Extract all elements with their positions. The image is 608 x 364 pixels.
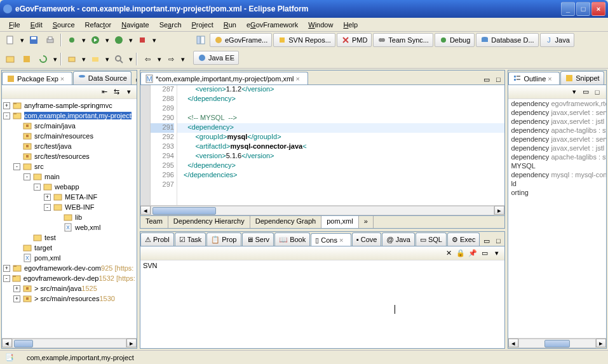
view-tab-exec[interactable]: ⚙Exec (447, 233, 480, 246)
external-tools-button[interactable] (135, 33, 150, 47)
close-icon[interactable]: × (296, 75, 304, 83)
tree-node[interactable]: -com,example,important,my-project (3, 111, 135, 121)
perspective-svn[interactable]: SVN Repos... (273, 33, 335, 47)
console-pin-button[interactable]: 📌 (468, 248, 478, 259)
run-dropdown[interactable]: ▾ (104, 33, 110, 47)
tree-node[interactable]: +anyframe-sample-springmvc (3, 100, 135, 111)
view-menu-button[interactable]: ▾ (124, 87, 134, 97)
open-type-dropdown[interactable]: ▾ (104, 52, 110, 66)
project-tree[interactable]: +anyframe-sample-springmvc-com,example,i… (2, 99, 137, 338)
console-min-button[interactable]: ▭ (482, 236, 492, 246)
outline-item[interactable]: dependency mysql : mysql-conn (508, 170, 606, 179)
sync-dropdown[interactable]: ▾ (52, 52, 58, 66)
view-tab-probl[interactable]: ⚠Probl (140, 233, 174, 246)
console-max-button[interactable]: □ (493, 236, 503, 246)
tree-node[interactable]: src/test/resources (3, 151, 135, 161)
sync-button[interactable] (36, 52, 51, 66)
window-close-button[interactable]: × (591, 2, 605, 16)
code-editor[interactable]: 287288289290291292293294295296297 <versi… (140, 85, 504, 205)
close-icon[interactable]: × (60, 75, 68, 83)
menu-refactor[interactable]: Refactor (80, 20, 117, 30)
editor-page-tab[interactable]: pom,xml (321, 216, 359, 228)
perspective-database[interactable]: Database D... (476, 33, 538, 47)
tree-toggle[interactable]: - (3, 112, 10, 119)
save-button[interactable] (26, 33, 41, 47)
more-tabs-button[interactable]: » (359, 216, 374, 228)
view-tab-cove[interactable]: ▪Cove (352, 233, 382, 246)
collapse-all-button[interactable]: ⇤ (100, 87, 110, 97)
tree-toggle[interactable]: + (13, 285, 20, 292)
minimize-view-button[interactable]: ▭ (133, 74, 137, 84)
editor-hscroll[interactable]: ◂▸ (140, 205, 504, 215)
window-maximize-button[interactable]: □ (576, 2, 590, 16)
tree-node[interactable]: xweb,xml (3, 222, 135, 233)
menu-edit[interactable]: Edit (25, 20, 48, 30)
tree-node[interactable]: lib (3, 212, 135, 222)
tree-node[interactable]: -WEB-INF (3, 202, 135, 212)
view-tab-serv[interactable]: 🖥Serv (242, 233, 274, 246)
perspective-javaee[interactable]: Java EE (193, 51, 239, 65)
outline-max-button[interactable]: □ (592, 87, 602, 97)
tree-node[interactable]: -webapp (3, 182, 135, 192)
menu-search[interactable]: Search (154, 20, 187, 30)
new-dropdown[interactable]: ▾ (19, 33, 25, 47)
outline-item[interactable]: dependency egovframework,rte : (508, 99, 606, 108)
close-icon[interactable]: × (339, 236, 347, 244)
outline-item[interactable]: dependency javax,servlet : servle (508, 108, 606, 117)
outline-min-button[interactable]: ▭ (581, 87, 591, 97)
close-icon[interactable]: × (548, 75, 555, 83)
menu-navigate[interactable]: Navigate (116, 20, 154, 30)
debug-dropdown[interactable]: ▾ (81, 33, 86, 47)
tree-toggle[interactable]: + (44, 194, 51, 201)
perspective-pmd[interactable]: PMD (337, 33, 372, 47)
menu-file[interactable]: File (4, 20, 25, 30)
tab-snippet[interactable]: Snippet (560, 71, 604, 84)
tree-toggle[interactable]: - (13, 163, 20, 170)
outline-hscroll[interactable]: ◂▸ (508, 338, 606, 348)
perspective-java[interactable]: JJava (540, 33, 574, 47)
link-editor-button[interactable]: ⇆ (112, 87, 122, 97)
view-tab-prop[interactable]: 📋Prop (206, 233, 241, 246)
tree-node[interactable]: xpom,xml (3, 253, 135, 263)
open-perspective-button[interactable] (193, 33, 208, 47)
back-dropdown[interactable]: ▾ (156, 52, 162, 66)
tree-toggle[interactable]: + (13, 295, 20, 302)
menu-run[interactable]: Run (219, 20, 241, 30)
tree-toggle[interactable]: - (3, 275, 10, 282)
tree-node[interactable]: -main (3, 172, 135, 182)
editor-page-tab[interactable]: Dependency Graph (250, 216, 321, 228)
new-server-dropdown[interactable]: ▾ (81, 52, 86, 66)
tree-hscroll[interactable]: ◂▸ (2, 338, 137, 348)
tree-node[interactable]: target (3, 243, 135, 253)
new-server-button[interactable] (64, 52, 79, 66)
forward-button[interactable]: ⇨ (163, 52, 179, 66)
open-type-button[interactable] (88, 52, 103, 66)
tree-node[interactable]: -egovframework-dev-dep 1532 [https: (3, 273, 135, 283)
run-button[interactable] (88, 33, 103, 47)
tree-node[interactable]: +META-INF (3, 192, 135, 202)
forward-dropdown[interactable]: ▾ (180, 52, 186, 66)
console-clear-button[interactable]: ✕ (443, 248, 454, 259)
view-tab-java[interactable]: @Java (382, 233, 414, 246)
editor-page-tab[interactable]: Dependency Hierarchy (168, 216, 250, 228)
window-minimize-button[interactable]: _ (561, 2, 575, 16)
tree-toggle[interactable]: - (34, 184, 41, 191)
outline-item[interactable]: dependency javax,servlet : servle (508, 135, 606, 144)
new-project-button[interactable] (3, 52, 18, 66)
menu-project[interactable]: Project (187, 20, 219, 30)
tree-node[interactable]: src/test/java (3, 141, 135, 151)
minimize-editor-button[interactable]: ▭ (482, 74, 492, 84)
run-last-dropdown[interactable]: ▾ (128, 33, 133, 47)
tree-node[interactable]: +> src/main/resources 1530 (3, 293, 135, 304)
view-tab-cons[interactable]: ▯Cons× (311, 233, 351, 246)
perspective-debug[interactable]: Debug (435, 33, 475, 47)
new-package-button[interactable] (19, 52, 34, 66)
console-scroll-lock-button[interactable]: 🔒 (456, 248, 466, 259)
search-dropdown[interactable]: ▾ (128, 52, 133, 66)
tree-node[interactable]: -src (3, 161, 135, 172)
tree-toggle[interactable]: + (3, 265, 10, 272)
menu-help[interactable]: Help (338, 20, 363, 30)
outline-item[interactable]: dependency apache-taglibs : sta (508, 152, 606, 161)
outline-item[interactable]: dependency javax,servlet : jstl : (508, 117, 606, 126)
menu-window[interactable]: Window (303, 20, 338, 30)
